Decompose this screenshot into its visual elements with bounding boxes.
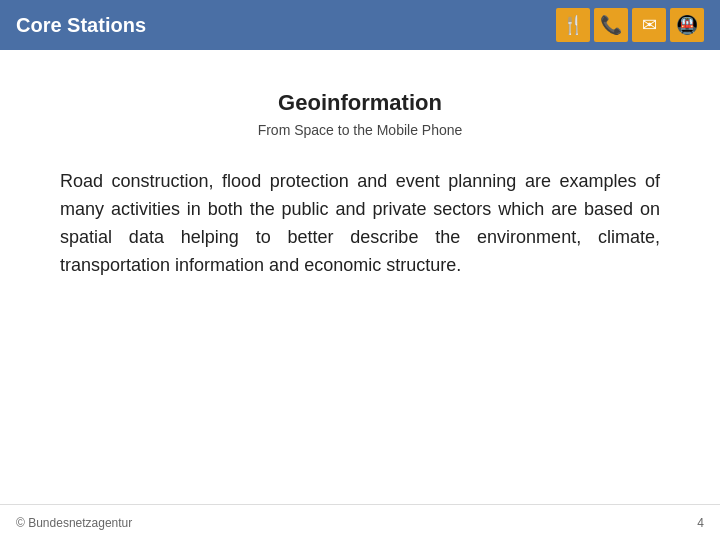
slide-subtitle: From Space to the Mobile Phone [60,122,660,138]
main-content: Geoinformation From Space to the Mobile … [0,50,720,504]
header-title: Core Stations [16,14,146,37]
header: Core Stations 🍴 📞 ✉ 🚇 [0,0,720,50]
slide-body: Road construction, flood protection and … [60,168,660,280]
phone-icon: 📞 [594,8,628,42]
email-icon: ✉ [632,8,666,42]
footer-page-number: 4 [697,516,704,530]
footer-copyright: © Bundesnetzagentur [16,516,132,530]
header-icons: 🍴 📞 ✉ 🚇 [556,8,704,42]
transit-icon: 🚇 [670,8,704,42]
slide-title: Geoinformation [60,90,660,116]
footer: © Bundesnetzagentur 4 [0,504,720,540]
utensils-icon: 🍴 [556,8,590,42]
